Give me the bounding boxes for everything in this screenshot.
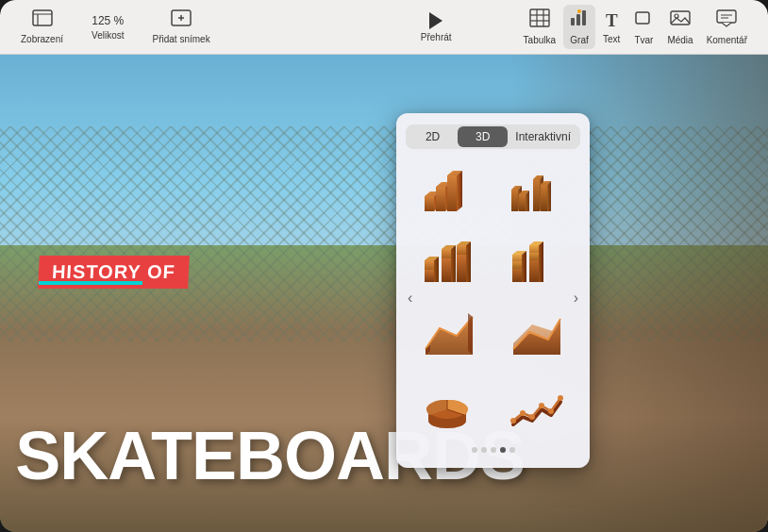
chart-item-bar3d-1[interactable] bbox=[409, 158, 490, 223]
chart-picker-popup: 2D 3D Interaktivní ‹ bbox=[396, 113, 590, 468]
chart-item-stacked3d-2[interactable] bbox=[497, 230, 577, 294]
svg-rect-39 bbox=[541, 185, 547, 211]
table-button[interactable]: Tabulka bbox=[518, 5, 561, 49]
chart-label: Graf bbox=[570, 35, 588, 45]
chart-item-area3d-1[interactable] bbox=[409, 302, 490, 366]
tab-interactive[interactable]: Interaktivní bbox=[508, 126, 578, 147]
chart-item-pie3d[interactable] bbox=[409, 374, 490, 438]
shape-button[interactable]: Tvar bbox=[627, 5, 659, 49]
svg-rect-56 bbox=[512, 255, 522, 261]
svg-rect-6 bbox=[530, 9, 549, 26]
svg-marker-49 bbox=[451, 245, 456, 282]
size-button[interactable]: 125 % Velikost bbox=[86, 10, 129, 44]
svg-marker-41 bbox=[547, 181, 551, 211]
svg-rect-27 bbox=[447, 175, 457, 211]
chart-item-bar3d-2[interactable] bbox=[497, 158, 577, 223]
svg-rect-43 bbox=[425, 260, 434, 270]
bar3d-1-icon bbox=[421, 166, 477, 215]
chart-grid-container: ‹ bbox=[406, 158, 580, 438]
slide-background: HISTORY OF SKATEBOARDS bbox=[0, 55, 768, 532]
app-window: Zobrazení 125 % Velikost Přidat snímek bbox=[0, 0, 768, 532]
comment-button[interactable]: Komentář bbox=[701, 5, 753, 49]
chart-item-area3d-2[interactable] bbox=[497, 302, 577, 366]
svg-rect-51 bbox=[457, 245, 466, 255]
svg-point-74 bbox=[520, 410, 526, 416]
chart-item-line3d[interactable] bbox=[497, 374, 577, 438]
dot-5 bbox=[509, 447, 515, 453]
svg-rect-54 bbox=[512, 269, 522, 282]
svg-point-14 bbox=[577, 9, 581, 13]
text-label: Text bbox=[603, 34, 620, 44]
media-label: Média bbox=[667, 35, 693, 45]
svg-rect-55 bbox=[512, 261, 522, 269]
chart-icon bbox=[569, 8, 590, 32]
svg-point-77 bbox=[548, 408, 554, 414]
pie3d-icon bbox=[421, 381, 477, 430]
nav-prev-button[interactable]: ‹ bbox=[404, 286, 416, 310]
svg-rect-12 bbox=[576, 14, 580, 25]
svg-marker-64 bbox=[426, 317, 473, 355]
table-icon bbox=[529, 8, 550, 32]
area3d-2-icon bbox=[509, 309, 565, 358]
shape-label: Tvar bbox=[634, 35, 653, 45]
toolbar-right: Tabulka Graf T Text bbox=[518, 5, 753, 49]
toolbar-left: Zobrazení 125 % Velikost Přidat snímek bbox=[15, 6, 411, 48]
dot-1 bbox=[472, 447, 477, 453]
toolbar: Zobrazení 125 % Velikost Přidat snímek bbox=[0, 0, 768, 55]
stacked3d-1-icon bbox=[421, 238, 477, 287]
add-slide-icon bbox=[171, 9, 192, 31]
dot-2 bbox=[481, 447, 487, 453]
svg-rect-47 bbox=[442, 249, 451, 258]
stacked3d-2-icon bbox=[509, 238, 565, 287]
line3d-icon bbox=[509, 381, 565, 430]
dot-4 bbox=[500, 447, 506, 453]
chart-type-tabs: 2D 3D Interaktivní bbox=[406, 125, 580, 149]
svg-rect-11 bbox=[571, 18, 575, 25]
view-icon bbox=[32, 9, 53, 31]
size-value: 125 % bbox=[92, 14, 124, 27]
bar3d-2-icon bbox=[509, 166, 565, 215]
svg-rect-15 bbox=[636, 12, 649, 24]
tab-3d[interactable]: 3D bbox=[458, 126, 508, 147]
svg-rect-36 bbox=[533, 179, 540, 211]
page-dots bbox=[406, 447, 580, 453]
area3d-1-icon bbox=[421, 309, 477, 358]
chart-button[interactable]: Graf bbox=[563, 5, 595, 49]
svg-point-75 bbox=[529, 414, 535, 420]
slide-area: HISTORY OF SKATEBOARDS 2D 3D Interaktivn… bbox=[0, 55, 768, 532]
tab-2d[interactable]: 2D bbox=[408, 126, 458, 147]
svg-rect-16 bbox=[671, 11, 690, 25]
svg-rect-61 bbox=[529, 245, 539, 253]
view-button[interactable]: Zobrazení bbox=[15, 6, 69, 48]
add-slide-label: Přidat snímek bbox=[153, 34, 210, 44]
svg-rect-60 bbox=[529, 253, 539, 260]
svg-marker-63 bbox=[539, 241, 543, 282]
svg-rect-33 bbox=[519, 194, 526, 211]
shape-icon bbox=[633, 8, 654, 32]
svg-rect-46 bbox=[442, 258, 451, 282]
svg-rect-24 bbox=[436, 187, 445, 211]
media-button[interactable]: Média bbox=[661, 5, 698, 49]
chart-grid bbox=[406, 158, 580, 438]
svg-rect-0 bbox=[33, 10, 52, 25]
nav-next-button[interactable]: › bbox=[570, 286, 582, 310]
svg-rect-50 bbox=[457, 255, 466, 282]
play-button[interactable]: Přehrát bbox=[411, 8, 461, 46]
media-icon bbox=[670, 8, 691, 32]
table-label: Tabulka bbox=[524, 35, 556, 45]
svg-point-73 bbox=[510, 418, 516, 424]
svg-marker-29 bbox=[457, 171, 462, 211]
svg-rect-59 bbox=[529, 260, 539, 282]
add-slide-button[interactable]: Přidat snímek bbox=[147, 6, 216, 48]
svg-rect-18 bbox=[717, 10, 736, 23]
svg-point-76 bbox=[539, 403, 544, 408]
size-label: Velikost bbox=[92, 30, 124, 41]
comment-label: Komentář bbox=[707, 35, 747, 45]
teal-accent bbox=[39, 281, 142, 285]
text-button[interactable]: T Text bbox=[597, 7, 626, 48]
view-label: Zobrazení bbox=[21, 34, 63, 44]
svg-marker-45 bbox=[434, 257, 439, 282]
svg-marker-53 bbox=[466, 241, 471, 282]
chart-item-stacked3d-1[interactable] bbox=[409, 230, 490, 294]
play-label: Přehrát bbox=[421, 32, 452, 42]
